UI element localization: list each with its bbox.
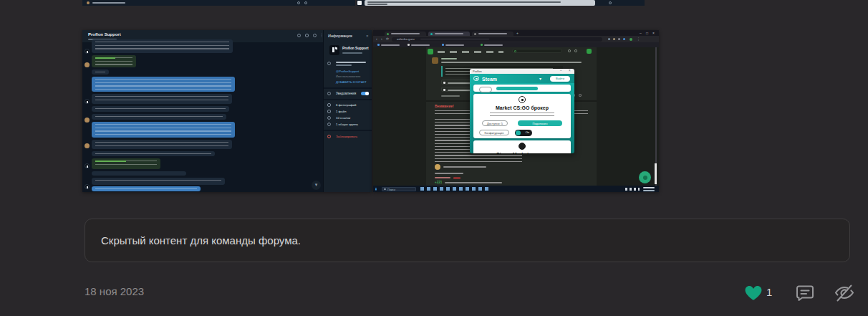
window-minimize-icon: – — [640, 32, 642, 35]
broker-title: Market CS:GO брокер — [473, 105, 571, 110]
chat-message-bubble — [92, 122, 235, 138]
avatar — [85, 118, 90, 123]
profile-avatar — [329, 45, 339, 55]
browser-toolbar: ‹ › ⟳ zelenka.guru ⋮ — [373, 36, 659, 42]
refresh-icon: ⟳ — [386, 37, 389, 41]
avatar — [85, 143, 90, 148]
service-card-broker: Market CS:GO брокер Доступно: 5 Подключе… — [473, 94, 571, 138]
links-icon — [327, 116, 331, 120]
address-blur-skeleton — [420, 39, 489, 40]
post-date-skeleton — [441, 95, 460, 97]
avatar — [85, 62, 90, 67]
eye-off-icon — [834, 284, 854, 302]
extension-icon — [623, 38, 625, 40]
config-chip: Конфигурация — [479, 130, 509, 135]
taskbar-clock-skeleton — [643, 187, 655, 188]
avatar — [85, 184, 90, 189]
chat-message-bubble — [92, 186, 201, 191]
attachment-browser-screenshot[interactable]: + – □ × ‹ › ⟳ zelenka.guru ⋮ — [373, 30, 659, 192]
rating-text-skeleton — [445, 182, 502, 183]
post-author-avatar — [432, 57, 438, 64]
call-icon — [313, 34, 317, 37]
broker-desc-skeleton — [490, 112, 554, 118]
seller-title: Steam Market селлер — [473, 152, 571, 153]
new-tab-icon: + — [516, 32, 519, 35]
start-icon — [375, 188, 378, 191]
post-author-name-skeleton — [441, 58, 457, 59]
timer-icon — [327, 62, 331, 65]
avatar — [85, 99, 90, 104]
photos-count: 6 фотографий — [336, 104, 356, 107]
like-button[interactable] — [745, 285, 762, 301]
add-contact-link: ДОБАВИТЬ КОНТАКТ — [336, 81, 367, 84]
avatar — [85, 163, 90, 168]
service-name: Steam — [482, 77, 497, 82]
timer-text-skeleton — [336, 64, 352, 66]
review-footer-skeleton — [443, 166, 486, 168]
chat-message-bubble — [92, 178, 225, 185]
share-icon — [579, 94, 582, 97]
chat-message-bubble — [92, 140, 232, 149]
previous-attachment-fragment-right — [357, 0, 645, 6]
address-url: zelenka.guru — [397, 38, 415, 41]
group-icon — [327, 123, 331, 126]
logout-label: Выйти — [556, 77, 564, 80]
phone-icon — [305, 34, 309, 37]
links-count: 10 ссылок — [336, 117, 350, 120]
like-count: 1 — [766, 287, 772, 297]
back-icon: ‹ — [376, 37, 377, 41]
chat-message-bubble — [92, 158, 160, 169]
search-icon — [297, 34, 301, 37]
window-close-icon: × — [652, 32, 655, 35]
chat-message-bubble — [92, 106, 229, 112]
seller-icon — [519, 143, 526, 150]
warning-label: Внимание! — [435, 105, 454, 108]
chat-message-bubble — [92, 39, 233, 53]
previous-attachment-fragment-left — [82, 0, 355, 6]
ignore-button[interactable] — [834, 284, 854, 302]
text-line-skeleton — [367, 1, 561, 3]
notifications-toggle — [361, 92, 369, 96]
chat-message-bubble — [92, 55, 136, 67]
site-search-box — [512, 49, 562, 53]
address-bar: zelenka.guru — [392, 37, 602, 42]
text-line-skeleton — [92, 2, 125, 4]
photos-icon — [327, 103, 331, 107]
user-avatar — [587, 49, 592, 54]
app-minimize-icon: – — [560, 70, 562, 73]
username-label: Имя пользователя — [336, 75, 360, 78]
reviewer-avatar — [435, 164, 440, 170]
post-date[interactable]: 18 ноя 2023 — [85, 286, 144, 297]
file-icon — [327, 110, 331, 113]
profile-avatar-icon — [630, 38, 632, 41]
windows-taskbar: Поиск — [373, 186, 659, 192]
profile-username: @ProflonSupport — [336, 70, 359, 73]
recommend-label-skeleton — [435, 173, 463, 174]
chat-message-bubble — [92, 94, 232, 104]
comment-icon — [796, 284, 814, 302]
chat-message-bubble — [92, 151, 215, 156]
bell-icon — [568, 49, 571, 52]
status-icon — [304, 1, 307, 4]
extension-icon — [618, 38, 620, 40]
comment-button[interactable] — [796, 284, 814, 302]
site-nav-menu-skeleton — [438, 51, 503, 53]
username-skeleton — [435, 177, 450, 178]
status-icon — [609, 1, 612, 4]
taskbar-search-label: Поиск — [387, 188, 395, 191]
bell-icon — [327, 92, 331, 95]
block-label: Заблокировать — [336, 135, 357, 138]
browser-tab-bar: + – □ × — [373, 30, 659, 36]
forward-icon: › — [381, 37, 382, 41]
service-card-seller: Steam Market селлер — [473, 140, 571, 153]
avatar — [85, 49, 90, 54]
config-toggle: On — [515, 130, 532, 136]
broker-icon — [519, 96, 526, 103]
attachment-telegram-screenshot[interactable]: Proflon Support ⋮ — [82, 30, 372, 192]
extension-icon — [608, 38, 610, 40]
common-groups-count: 1 общая группа — [336, 123, 358, 126]
chat-message-bubble — [92, 70, 109, 75]
taskbar-search-box: Поиск — [382, 187, 416, 191]
chat-message-bubble — [92, 77, 235, 92]
post-text-skeleton — [441, 62, 582, 63]
